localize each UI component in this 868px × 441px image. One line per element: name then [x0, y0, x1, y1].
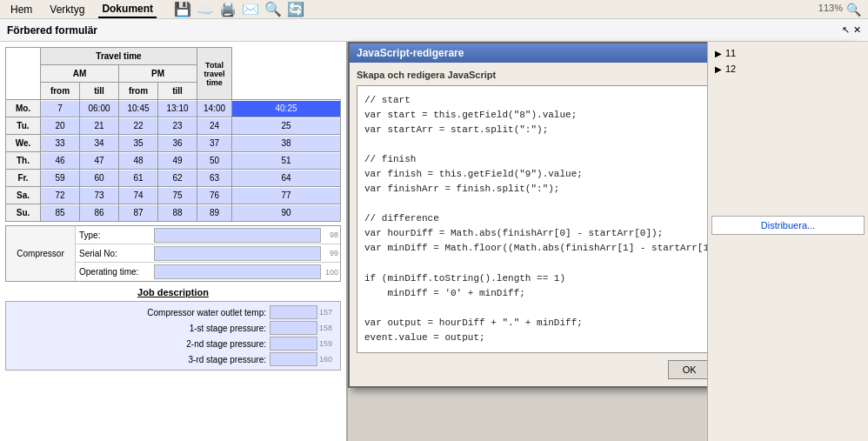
travel-time-table: Travel time Total travel time AM PM from… [5, 47, 341, 222]
pm-till-input-3[interactable] [197, 153, 231, 169]
am-till-input-1[interactable] [119, 118, 157, 134]
type-label: Type: [76, 229, 154, 242]
refresh-icon[interactable]: 🔄 [287, 1, 304, 17]
doc-panel: Travel time Total travel time AM PM from… [0, 42, 348, 441]
total-input-6[interactable] [232, 205, 340, 221]
pm-from-input-0[interactable] [158, 101, 197, 117]
serial-num: 99 [321, 249, 340, 257]
operating-num: 100 [321, 268, 340, 277]
mail-icon[interactable]: ✉️ [242, 1, 259, 17]
ok-button[interactable]: OK [668, 360, 711, 379]
pm-till-input-2[interactable] [197, 136, 231, 151]
compressor-section: Compressor Type: 98 Serial No: 99 Operat… [5, 225, 341, 282]
cloud-icon[interactable]: ☁️ [197, 1, 214, 17]
till-col-am: till [80, 83, 119, 100]
zoom-in-icon[interactable]: 🔍 [846, 3, 861, 17]
menu-hem[interactable]: Hem [7, 2, 36, 17]
stage2-input[interactable] [270, 337, 317, 351]
am-till-input-3[interactable] [119, 153, 157, 169]
zoom-indicator: 113% [818, 3, 843, 17]
stage2-label: 2-nd stage pressure: [10, 339, 270, 349]
pm-from-input-5[interactable] [158, 188, 197, 204]
date-input-6[interactable] [41, 205, 79, 221]
am-header: AM [41, 65, 119, 83]
stage3-input[interactable] [270, 352, 317, 366]
total-input-1[interactable] [232, 118, 340, 134]
am-from-input-1[interactable] [80, 118, 118, 134]
sidebar-item-12[interactable]: ▶ 12 [711, 61, 865, 77]
stage1-num: 158 [317, 324, 337, 332]
travel-time-header: Travel time [41, 48, 197, 65]
pm-header: PM [119, 65, 197, 83]
am-till-input-5[interactable] [119, 188, 157, 204]
pm-till-input-6[interactable] [197, 205, 231, 221]
date-input-2[interactable] [41, 136, 79, 151]
total-input-0[interactable] [232, 101, 340, 117]
compressor-label: Compressor [6, 226, 76, 281]
pm-from-input-6[interactable] [158, 205, 197, 221]
cursor-icon[interactable]: ↖ [842, 24, 850, 36]
prepare-form-bar: Förbered formulär ↖ ✕ [0, 19, 868, 42]
total-input-2[interactable] [232, 136, 340, 151]
stage3-label: 3-rd stage pressure: [10, 355, 270, 364]
search-icon[interactable]: 🔍 [264, 1, 282, 17]
till-col-pm: till [158, 83, 197, 100]
menu-dokument[interactable]: Dokument [98, 1, 157, 18]
pm-from-input-3[interactable] [158, 153, 197, 169]
date-input-0[interactable] [41, 101, 79, 117]
pressure-section: Compressor water outlet temp: 157 1-st s… [5, 301, 341, 371]
pm-till-input-1[interactable] [197, 118, 231, 134]
from-col-pm: from [119, 83, 158, 100]
expand-icon-12: ▶ [715, 64, 722, 74]
pm-till-input-4[interactable] [197, 170, 231, 186]
am-from-input-4[interactable] [80, 170, 118, 186]
date-input-5[interactable] [41, 188, 79, 204]
water-label: Compressor water outlet temp: [10, 308, 270, 317]
print-icon[interactable]: 🖨️ [219, 1, 237, 17]
am-till-input-0[interactable] [119, 101, 157, 117]
serial-input[interactable] [154, 246, 321, 261]
stage3-num: 160 [317, 355, 337, 364]
water-num: 157 [317, 308, 337, 317]
am-till-input-2[interactable] [119, 136, 157, 151]
pm-from-input-2[interactable] [158, 136, 197, 151]
right-area: JavaScript-redigerare Skapa och redigera… [348, 42, 868, 441]
stage1-label: 1-st stage pressure: [10, 324, 270, 333]
am-from-input-6[interactable] [80, 205, 118, 221]
am-from-input-2[interactable] [80, 136, 118, 151]
distribuera-button[interactable]: Distribuera... [711, 216, 865, 235]
type-num: 98 [321, 231, 340, 239]
pm-till-input-0[interactable] [197, 101, 231, 117]
pm-from-input-4[interactable] [158, 170, 197, 186]
operating-input[interactable] [154, 264, 321, 279]
js-editor-title-text: JavaScript-redigerare [357, 47, 464, 59]
am-till-input-6[interactable] [119, 205, 157, 221]
close-panel-icon[interactable]: ✕ [853, 24, 861, 36]
date-input-4[interactable] [41, 170, 79, 186]
am-till-input-4[interactable] [119, 170, 157, 186]
pm-till-input-5[interactable] [197, 188, 231, 204]
water-input[interactable] [270, 305, 317, 319]
date-input-3[interactable] [41, 153, 79, 169]
save-icon[interactable]: 💾 [174, 1, 191, 17]
total-col-header: Total travel time [197, 48, 232, 100]
serial-label: Serial No: [76, 247, 154, 260]
type-input[interactable] [154, 228, 321, 243]
expand-icon-11: ▶ [715, 49, 722, 58]
total-input-5[interactable] [232, 188, 340, 204]
prepare-label[interactable]: Förbered formulär [7, 24, 97, 37]
pm-from-input-1[interactable] [158, 118, 197, 134]
am-from-input-0[interactable] [80, 101, 118, 117]
job-description: Job description [5, 287, 341, 297]
sidebar-item-11[interactable]: ▶ 11 [711, 45, 865, 61]
date-input-1[interactable] [41, 118, 79, 134]
menu-verktyg[interactable]: Verktyg [46, 2, 88, 17]
operating-label: Operating time: [76, 265, 154, 278]
am-from-input-5[interactable] [80, 188, 118, 204]
total-input-4[interactable] [232, 170, 340, 186]
menu-bar: Hem Verktyg Dokument 💾 ☁️ 🖨️ ✉️ 🔍 🔄 113%… [0, 0, 868, 19]
stage1-input[interactable] [270, 321, 317, 335]
total-input-3[interactable] [232, 153, 340, 169]
am-from-input-3[interactable] [80, 153, 118, 169]
right-sidebar: ▶ 11 ▶ 12 Distribuera... [707, 42, 868, 441]
